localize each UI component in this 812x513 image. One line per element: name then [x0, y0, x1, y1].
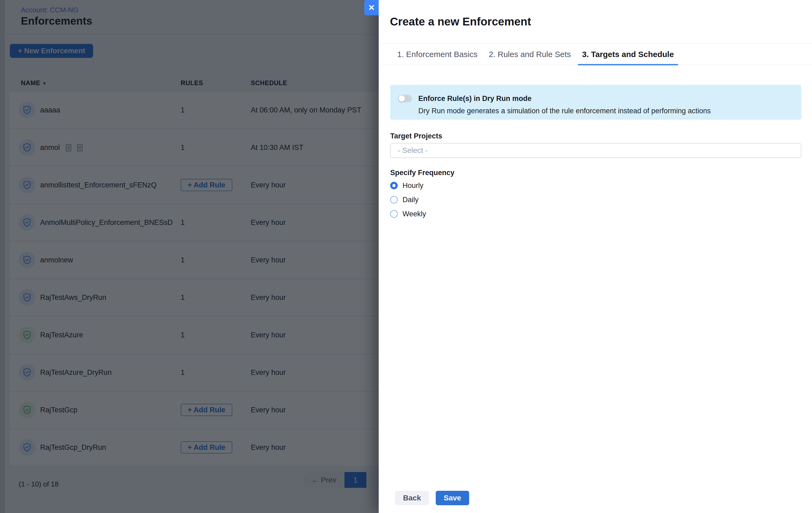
create-enforcement-drawer: ✕ Create a new Enforcement 1. Enforcemen…	[379, 0, 812, 513]
frequency-option-hourly[interactable]: Hourly	[390, 182, 801, 189]
radio-label: Hourly	[403, 181, 424, 190]
radio-selected-icon[interactable]	[390, 182, 398, 189]
dry-run-toggle[interactable]	[398, 95, 412, 102]
dry-run-title: Enforce Rule(s) in Dry Run mode	[418, 94, 711, 103]
select-placeholder: - Select -	[398, 146, 428, 155]
toggle-knob	[399, 95, 405, 102]
drawer-tabs: 1. Enforcement Basics 2. Rules and Rule …	[379, 44, 812, 65]
specify-frequency-label: Specify Frequency	[390, 169, 801, 177]
radio-unselected-icon[interactable]	[390, 210, 398, 218]
drawer-content: Enforce Rule(s) in Dry Run mode Dry Run …	[379, 65, 812, 218]
radio-label: Daily	[403, 196, 418, 204]
frequency-option-weekly[interactable]: Weekly	[390, 210, 801, 218]
tab-rules-and-rule-sets[interactable]: 2. Rules and Rule Sets	[485, 44, 575, 65]
dry-run-banner: Enforce Rule(s) in Dry Run mode Dry Run …	[390, 85, 801, 120]
dry-run-description: Dry Run mode generates a simulation of t…	[418, 106, 711, 116]
drawer-title: Create a new Enforcement	[390, 15, 531, 28]
radio-label: Weekly	[403, 210, 426, 218]
target-projects-label: Target Projects	[390, 132, 801, 140]
close-icon[interactable]: ✕	[364, 0, 379, 15]
tab-targets-and-schedule[interactable]: 3. Targets and Schedule	[578, 44, 678, 65]
back-button[interactable]: Back	[395, 491, 429, 505]
frequency-option-daily[interactable]: Daily	[390, 196, 801, 203]
save-button[interactable]: Save	[436, 491, 469, 505]
target-projects-select[interactable]: - Select -	[390, 143, 801, 158]
drawer-header: Create a new Enforcement	[379, 0, 812, 44]
drawer-footer: Back Save	[395, 491, 469, 505]
tab-enforcement-basics[interactable]: 1. Enforcement Basics	[393, 44, 482, 65]
radio-unselected-icon[interactable]	[390, 196, 398, 203]
